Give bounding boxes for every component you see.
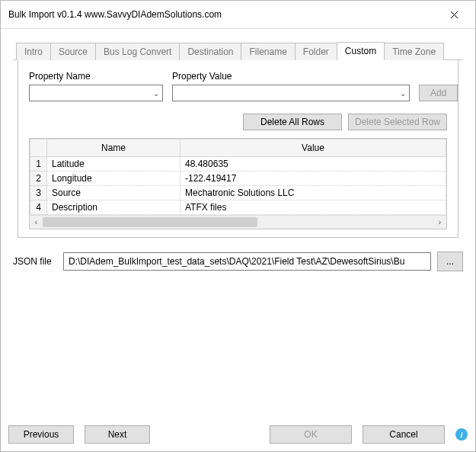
horizontal-scrollbar[interactable]: ‹ › xyxy=(30,215,446,229)
next-button[interactable]: Next xyxy=(85,425,150,444)
tab-buslog[interactable]: Bus Log Convert xyxy=(96,43,180,60)
scroll-right-arrow-icon[interactable]: › xyxy=(433,216,446,229)
scroll-thumb[interactable] xyxy=(43,217,257,227)
scroll-track[interactable] xyxy=(43,216,433,229)
property-value-combo[interactable]: ⌄ xyxy=(172,85,410,101)
cell-name[interactable]: Longitude xyxy=(47,172,180,186)
title-bar: Bulk Import v0.1.4 www.SavvyDIAdemSoluti… xyxy=(1,1,475,29)
tab-timezone[interactable]: Time Zone xyxy=(385,43,444,60)
row-number[interactable]: 2 xyxy=(30,172,47,186)
tab-destination[interactable]: Destination xyxy=(180,43,241,60)
property-value-label: Property Value xyxy=(172,71,410,82)
cell-value[interactable]: -122.419417 xyxy=(180,172,446,186)
cell-name[interactable]: Description xyxy=(47,200,180,215)
bulk-import-window: Bulk Import v0.1.4 www.SavvyDIAdemSoluti… xyxy=(0,0,476,452)
content-area: IntroSourceBus Log ConvertDestinationFil… xyxy=(1,29,475,421)
info-icon[interactable]: i xyxy=(455,428,468,441)
tab-custom[interactable]: Custom xyxy=(337,42,385,60)
cell-value[interactable]: 48.480635 xyxy=(180,157,446,172)
tabs: IntroSourceBus Log ConvertDestinationFil… xyxy=(8,37,468,244)
cell-value[interactable]: ATFX files xyxy=(180,200,446,215)
property-name-combo[interactable]: ⌄ xyxy=(29,85,163,101)
tab-folder[interactable]: Folder xyxy=(296,43,337,60)
properties-table-grid[interactable]: Name Value 1Latitude48.4806352Longitude-… xyxy=(30,139,446,215)
close-icon xyxy=(450,11,458,19)
chevron-down-icon: ⌄ xyxy=(153,89,159,98)
table-row[interactable]: 2Longitude-122.419417 xyxy=(30,172,446,186)
delete-all-rows-button[interactable]: Delete All Rows xyxy=(243,114,342,130)
table-row[interactable]: 3SourceMechatronic Solutions LLC xyxy=(30,186,446,200)
cell-name[interactable]: Latitude xyxy=(47,157,180,172)
column-header-value[interactable]: Value xyxy=(180,139,446,157)
row-number[interactable]: 3 xyxy=(30,186,47,200)
column-header-rownum[interactable] xyxy=(30,139,47,157)
property-input-row: Property Name ⌄ Property Value ⌄ Add xyxy=(29,71,447,101)
cell-name[interactable]: Source xyxy=(47,186,180,200)
delete-selected-row-button[interactable]: Delete Selected Row xyxy=(348,114,447,130)
close-button[interactable] xyxy=(440,5,468,24)
table-row[interactable]: 4DescriptionATFX files xyxy=(30,200,446,215)
row-number[interactable]: 1 xyxy=(30,157,47,172)
json-file-path-text: D:\DIAdem_BulkImport_test_data_sets\DAQ\… xyxy=(69,256,404,267)
row-number[interactable]: 4 xyxy=(30,200,47,215)
browse-button[interactable]: ... xyxy=(437,252,463,271)
window-title: Bulk Import v0.1.4 www.SavvyDIAdemSoluti… xyxy=(8,9,222,20)
tab-panel-custom: Property Name ⌄ Property Value ⌄ Add xyxy=(18,60,458,238)
tab-source[interactable]: Source xyxy=(51,43,96,60)
tab-intro[interactable]: Intro xyxy=(16,43,51,60)
chevron-down-icon: ⌄ xyxy=(400,89,406,98)
column-header-name[interactable]: Name xyxy=(47,139,180,157)
add-button[interactable]: Add xyxy=(419,85,458,101)
properties-table: Name Value 1Latitude48.4806352Longitude-… xyxy=(29,138,447,229)
row-actions: Delete All Rows Delete Selected Row xyxy=(29,114,447,130)
property-name-label: Property Name xyxy=(29,71,163,82)
scroll-left-arrow-icon[interactable]: ‹ xyxy=(30,216,43,229)
json-file-label: JSON file xyxy=(13,256,57,267)
previous-button[interactable]: Previous xyxy=(8,425,74,444)
json-file-row: JSON file D:\DIAdem_BulkImport_test_data… xyxy=(13,252,463,271)
json-file-path-field[interactable]: D:\DIAdem_BulkImport_test_data_sets\DAQ\… xyxy=(63,252,431,271)
table-row[interactable]: 1Latitude48.480635 xyxy=(30,157,446,172)
cancel-button[interactable]: Cancel xyxy=(363,425,445,444)
cell-value[interactable]: Mechatronic Solutions LLC xyxy=(180,186,446,200)
bottom-bar: Previous Next OK Cancel i xyxy=(1,421,475,451)
ok-button[interactable]: OK xyxy=(270,425,352,444)
tab-filename[interactable]: Filename xyxy=(241,43,295,60)
